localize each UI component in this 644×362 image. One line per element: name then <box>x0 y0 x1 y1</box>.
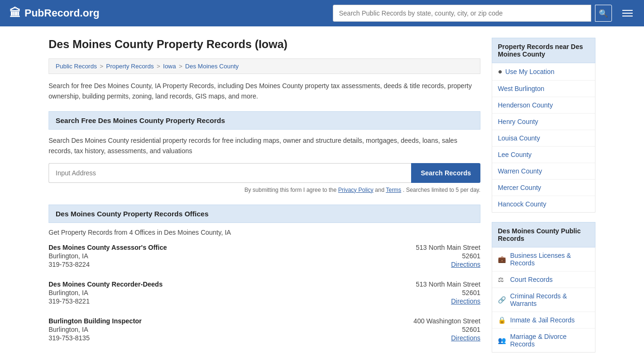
public-records-section-title: Des Moines County Public Records <box>492 222 595 247</box>
nearby-link[interactable]: Lee County <box>498 151 532 158</box>
menu-line-2 <box>622 13 633 14</box>
use-location-item[interactable]: ● Use My Location <box>492 63 595 81</box>
pub-record-icon: ⚖ <box>498 276 506 283</box>
form-disclaimer: By submitting this form I agree to the P… <box>49 187 480 193</box>
offices-section: Des Moines County Property Records Offic… <box>49 205 480 344</box>
office-right: 513 North Main Street 52601 Directions <box>396 244 480 268</box>
breadcrumb: Public Records > Property Records > Iowa… <box>49 58 480 74</box>
breadcrumb-sep-1: > <box>99 63 103 70</box>
office-city: Burlington, IA <box>49 252 396 260</box>
breadcrumb-sep-2: > <box>157 63 160 70</box>
location-icon: ● <box>498 67 503 76</box>
nearby-link[interactable]: Mercer County <box>498 184 541 191</box>
nearby-link[interactable]: Henry County <box>498 118 538 125</box>
public-record-link[interactable]: Court Records <box>510 276 553 283</box>
office-zip: 52601 <box>396 289 480 296</box>
office-right: 400 Washington Street 52601 Directions <box>396 317 480 342</box>
nearby-list-item[interactable]: Warren County <box>492 163 595 180</box>
public-record-item[interactable]: 👥Marriage & Divorce Records <box>492 329 595 352</box>
pub-record-icon: 👥 <box>498 337 506 344</box>
nearby-link[interactable]: Louisa County <box>498 134 540 142</box>
limit-text: . Searches limited to 5 per day. <box>403 187 480 193</box>
nearby-link[interactable]: West Burlington <box>498 85 545 92</box>
office-entry: Burlington Building Inspector Burlington… <box>49 317 480 344</box>
office-address: 513 North Main Street <box>396 244 480 251</box>
public-records-list: 💼Business Licenses & Records⚖Court Recor… <box>492 247 595 353</box>
office-entry: Des Moines County Assessor's Office Burl… <box>49 244 480 270</box>
public-record-item[interactable]: ⚖Court Records <box>492 272 595 288</box>
office-zip: 52601 <box>396 252 480 260</box>
directions-link[interactable]: Directions <box>451 261 480 268</box>
privacy-policy-link[interactable]: Privacy Policy <box>338 187 373 193</box>
header-search-input[interactable] <box>333 5 591 22</box>
terms-link[interactable]: Terms <box>386 187 401 193</box>
nearby-link[interactable]: Hancock County <box>498 200 546 208</box>
public-record-item[interactable]: 🔗Criminal Records & Warrants <box>492 288 595 312</box>
directions-link[interactable]: Directions <box>451 334 480 342</box>
public-record-link[interactable]: Inmate & Jail Records <box>510 316 575 324</box>
nearby-list: ● Use My Location West BurlingtonHenders… <box>492 63 595 213</box>
nearby-list-item[interactable]: Lee County <box>492 147 595 163</box>
breadcrumb-des-moines-county[interactable]: Des Moines County <box>185 63 239 70</box>
public-record-link[interactable]: Criminal Records & Warrants <box>510 292 589 307</box>
office-city: Burlington, IA <box>49 326 396 333</box>
content-area: Des Moines County Property Records (Iowa… <box>49 38 480 354</box>
office-left: Des Moines County Assessor's Office Burl… <box>49 244 396 268</box>
nearby-list-item[interactable]: Hancock County <box>492 196 595 212</box>
office-name: Des Moines County Recorder-Deeds <box>49 280 396 288</box>
use-location-label: Use My Location <box>505 68 554 75</box>
offices-desc: Get Property Records from 4 Offices in D… <box>49 229 480 236</box>
search-section-desc: Search Des Moines County residential pro… <box>49 135 480 156</box>
pub-record-icon: 💼 <box>498 255 506 263</box>
search-records-button[interactable]: Search Records <box>411 163 480 183</box>
offices-container: Des Moines County Assessor's Office Burl… <box>49 244 480 344</box>
office-right: 513 North Main Street 52601 Directions <box>396 280 480 305</box>
nearby-list-item[interactable]: West Burlington <box>492 81 595 97</box>
office-address: 513 North Main Street <box>396 280 480 288</box>
header-search-button[interactable]: 🔍 <box>595 5 612 22</box>
breadcrumb-sep-3: > <box>179 63 182 70</box>
public-record-item[interactable]: 🔒Inmate & Jail Records <box>492 312 595 329</box>
menu-line-1 <box>622 10 633 11</box>
and-text: and <box>375 187 386 193</box>
public-record-item[interactable]: 💼Business Licenses & Records <box>492 247 595 272</box>
breadcrumb-property-records[interactable]: Property Records <box>106 63 154 70</box>
nearby-list-item[interactable]: Henderson County <box>492 97 595 114</box>
nearby-link[interactable]: Warren County <box>498 167 542 175</box>
breadcrumb-public-records[interactable]: Public Records <box>56 63 97 70</box>
menu-line-3 <box>622 16 633 16</box>
nearby-list-item[interactable]: Mercer County <box>492 180 595 196</box>
office-left: Burlington Building Inspector Burlington… <box>49 317 396 342</box>
main-container: Des Moines County Property Records (Iowa… <box>39 26 605 362</box>
office-city: Burlington, IA <box>49 289 396 296</box>
nearby-list-item[interactable]: Louisa County <box>492 130 595 147</box>
public-record-link[interactable]: Marriage & Divorce Records <box>510 333 589 348</box>
sidebar: Property Records near Des Moines County … <box>492 38 595 354</box>
logo-text: PubRecord.org <box>25 7 99 19</box>
offices-section-header: Des Moines County Property Records Offic… <box>49 205 480 223</box>
pub-record-icon: 🔒 <box>498 316 506 324</box>
nearby-list-item[interactable]: Henry County <box>492 114 595 130</box>
office-address: 400 Washington Street <box>396 317 480 325</box>
site-header: 🏛 PubRecord.org 🔍 <box>0 0 644 26</box>
search-section-header: Search Free Des Moines County Property R… <box>49 111 480 130</box>
header-search-area: 🔍 <box>333 5 635 22</box>
nearby-link[interactable]: Henderson County <box>498 101 553 109</box>
search-form-row: Search Records <box>49 163 480 183</box>
directions-link[interactable]: Directions <box>451 297 480 305</box>
office-left: Des Moines County Recorder-Deeds Burling… <box>49 280 396 305</box>
office-name: Des Moines County Assessor's Office <box>49 244 396 251</box>
address-input[interactable] <box>49 163 411 183</box>
site-logo[interactable]: 🏛 PubRecord.org <box>9 7 99 20</box>
office-phone: 319-753-8221 <box>49 297 396 305</box>
office-name: Burlington Building Inspector <box>49 317 396 325</box>
nearby-section-title: Property Records near Des Moines County <box>492 38 595 63</box>
search-icon: 🔍 <box>599 9 608 18</box>
header-menu-button[interactable] <box>620 8 635 18</box>
page-title: Des Moines County Property Records (Iowa… <box>49 38 480 51</box>
logo-icon: 🏛 <box>9 7 21 20</box>
breadcrumb-iowa[interactable]: Iowa <box>163 63 176 70</box>
public-record-link[interactable]: Business Licenses & Records <box>510 252 589 267</box>
office-phone: 319-753-8224 <box>49 261 396 268</box>
pub-record-icon: 🔗 <box>498 296 506 304</box>
